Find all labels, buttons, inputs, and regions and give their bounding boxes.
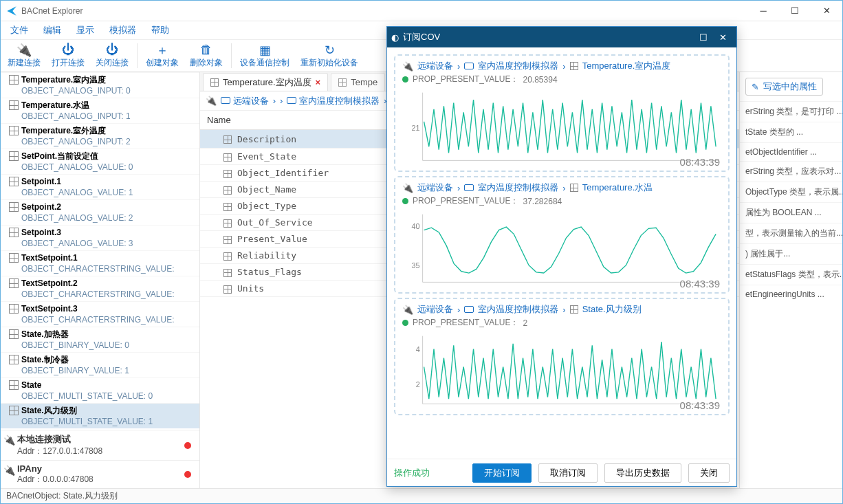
- menu-3[interactable]: 模拟器: [102, 23, 143, 38]
- tree-item[interactable]: Setpoint.2OBJECT_ANALOG_VALUE: 2: [1, 199, 199, 225]
- tab-label: Temperature.室内温度: [223, 76, 311, 89]
- cov-close-footer-button[interactable]: 关闭: [688, 463, 730, 483]
- device-icon: [464, 306, 474, 313]
- tree-item-name: Temperature.室外温度: [21, 125, 199, 136]
- connection-name: 本地连接测试: [17, 433, 195, 446]
- crumb[interactable]: 远端设备: [417, 60, 453, 72]
- desc-item: 型，表示测量输入的当前...: [740, 223, 842, 243]
- window-maximize-button[interactable]: ☐: [779, 1, 811, 21]
- device-icon: [287, 97, 296, 104]
- tree-item-name: State.风力级别: [21, 405, 199, 416]
- object-tree[interactable]: Temperature.室内温度OBJECT_ANALOG_INPUT: 0Te…: [1, 72, 199, 430]
- connection-item[interactable]: 🔌IPAnyAddr：0.0.0.0:47808: [1, 460, 199, 488]
- tree-item[interactable]: Temperature.室内温度OBJECT_ANALOG_INPUT: 0: [1, 72, 199, 98]
- window-close-button[interactable]: ✕: [811, 1, 842, 21]
- toolbar-button-4[interactable]: ＋创建对象: [140, 42, 184, 70]
- tab-label: Tempe: [351, 77, 377, 87]
- cov-export-button[interactable]: 导出历史数据: [604, 463, 681, 483]
- tree-item-detail: OBJECT_BINARY_VALUE: 1: [21, 365, 199, 376]
- menu-1[interactable]: 编辑: [36, 23, 68, 38]
- tree-item-name: TextSetpoint.3: [21, 303, 199, 314]
- desc-item: ) 属性属于...: [740, 243, 842, 264]
- tree-item-detail: OBJECT_ANALOG_INPUT: 0: [21, 85, 199, 96]
- cov-cancel-button[interactable]: 取消订阅: [538, 463, 598, 483]
- cov-dialog-titlebar[interactable]: ◐ 订阅COV ☐ ✕: [387, 27, 736, 47]
- toolbar-sep: [231, 43, 232, 68]
- tree-item-name: State.加热器: [21, 329, 199, 340]
- window-minimize-button[interactable]: ─: [747, 1, 779, 21]
- tree-item-detail: OBJECT_CHARACTERSTRING_VALUE:: [21, 289, 199, 300]
- statusbar-text: BACnetObject: State.风力级别: [6, 490, 118, 502]
- crumb[interactable]: 室内温度控制模拟器: [478, 182, 558, 194]
- toolbar-button-2[interactable]: ⏻关闭连接: [90, 42, 134, 70]
- cov-crumbs[interactable]: 🔌 远端设备 › 室内温度控制模拟器 › Temperature.水温: [402, 182, 721, 194]
- crumb[interactable]: Temperature.水温: [582, 182, 653, 194]
- prop-icon: [223, 135, 232, 144]
- toolbar-button-5[interactable]: 🗑删除对象: [184, 42, 228, 70]
- plug-icon: 🔌: [3, 435, 15, 446]
- tree-item[interactable]: TextSetpoint.1OBJECT_CHARACTERSTRING_VAL…: [1, 250, 199, 276]
- prop-icon: [223, 269, 232, 277]
- toolbar-button-1[interactable]: ⏻打开连接: [46, 42, 90, 70]
- device-icon: [570, 305, 578, 314]
- edit-icon: ✎: [752, 82, 759, 92]
- toolbar-button-0[interactable]: 🔌新建连接: [2, 42, 46, 70]
- tree-item-name: Setpoint.3: [21, 227, 199, 238]
- toolbar-icon: 🗑: [200, 43, 212, 57]
- cov-maximize-button[interactable]: ☐: [694, 28, 713, 47]
- cov-label: PROP_PRESENT_VALUE：: [413, 195, 519, 207]
- crumb[interactable]: 室内温度控制模拟器: [478, 303, 558, 316]
- cov-crumbs[interactable]: 🔌 远端设备 › 室内温度控制模拟器 › Temperature.室内温度: [402, 60, 721, 72]
- crumb[interactable]: State.风力级别: [582, 303, 642, 316]
- menu-2[interactable]: 显示: [69, 23, 101, 38]
- chevron-right-icon: ›: [562, 305, 565, 315]
- tree-item-name: SetPoint.当前设定值: [21, 151, 199, 162]
- tree-item[interactable]: TextSetpoint.3OBJECT_CHARACTERSTRING_VAL…: [1, 301, 199, 327]
- toolbar-label: 设备通信控制: [240, 57, 289, 69]
- tab[interactable]: Tempe: [331, 73, 385, 91]
- toolbar-label: 打开连接: [52, 57, 85, 69]
- tree-item[interactable]: Temperature.室外温度OBJECT_ANALOG_INPUT: 2: [1, 123, 199, 149]
- toolbar-icon: ⏻: [62, 43, 74, 57]
- menu-0[interactable]: 文件: [3, 23, 35, 38]
- toolbar-label: 关闭连接: [96, 57, 129, 69]
- cov-close-button[interactable]: ✕: [713, 28, 732, 47]
- connection-item[interactable]: 🔌本地连接测试Addr：127.0.0.1:47808: [1, 430, 199, 460]
- tree-item-name: Temperature.室内温度: [21, 74, 199, 85]
- cov-dialog-title: 订阅COV: [403, 31, 440, 43]
- cov-start-button[interactable]: 开始订阅: [472, 463, 532, 483]
- crumb[interactable]: 室内温度控制模拟器: [287, 95, 380, 107]
- cov-crumbs[interactable]: 🔌 远端设备 › 室内温度控制模拟器 › State.风力级别: [402, 303, 721, 316]
- tree-item[interactable]: Temperature.水温OBJECT_ANALOG_INPUT: 1: [1, 98, 199, 123]
- tree-item[interactable]: State.制冷器OBJECT_BINARY_VALUE: 1: [1, 352, 199, 377]
- object-icon: [9, 355, 19, 364]
- right-panel: ✎ 写选中的属性 erString 类型，是可打印 ...tState 类型的 …: [739, 72, 842, 488]
- crumb[interactable]: 远端设备: [221, 95, 269, 107]
- tree-item[interactable]: TextSetpoint.2OBJECT_CHARACTERSTRING_VAL…: [1, 276, 199, 301]
- crumb[interactable]: 远端设备: [417, 303, 453, 316]
- write-selected-button[interactable]: ✎ 写选中的属性: [745, 78, 823, 96]
- object-icon: [9, 278, 19, 288]
- tree-item[interactable]: Setpoint.1OBJECT_ANALOG_VALUE: 1: [1, 174, 199, 199]
- tree-item-detail: OBJECT_MULTI_STATE_VALUE: 0: [21, 391, 199, 402]
- toolbar-button-7[interactable]: ▦设备通信控制: [234, 42, 295, 70]
- object-icon: [9, 304, 19, 314]
- tree-item[interactable]: Setpoint.3OBJECT_ANALOG_VALUE: 3: [1, 225, 199, 250]
- object-icon: [9, 380, 19, 390]
- tab[interactable]: Temperature.室内温度×: [203, 73, 328, 91]
- toolbar-button-8[interactable]: ↻重新初始化设备: [295, 42, 364, 70]
- device-icon: [570, 184, 578, 192]
- crumb[interactable]: 远端设备: [417, 182, 453, 194]
- crumb[interactable]: 室内温度控制模拟器: [478, 60, 558, 72]
- crumb[interactable]: Temperature.室内温度: [582, 60, 671, 72]
- tree-item[interactable]: StateOBJECT_MULTI_STATE_VALUE: 0: [1, 377, 199, 403]
- prop-icon: [223, 153, 232, 162]
- tree-item[interactable]: State.风力级别OBJECT_MULTI_STATE_VALUE: 1: [1, 403, 199, 428]
- cov-timestamp: 08:43:39: [680, 278, 720, 289]
- tab-close-icon[interactable]: ×: [316, 77, 321, 87]
- prop-icon: [223, 219, 232, 228]
- tree-item[interactable]: SetPoint.当前设定值OBJECT_ANALOG_VALUE: 0: [1, 149, 199, 174]
- tree-item[interactable]: State.加热器OBJECT_BINARY_VALUE: 0: [1, 327, 199, 352]
- menu-4[interactable]: 帮助: [144, 23, 176, 38]
- connection-addr: Addr：0.0.0.0:47808: [17, 474, 195, 485]
